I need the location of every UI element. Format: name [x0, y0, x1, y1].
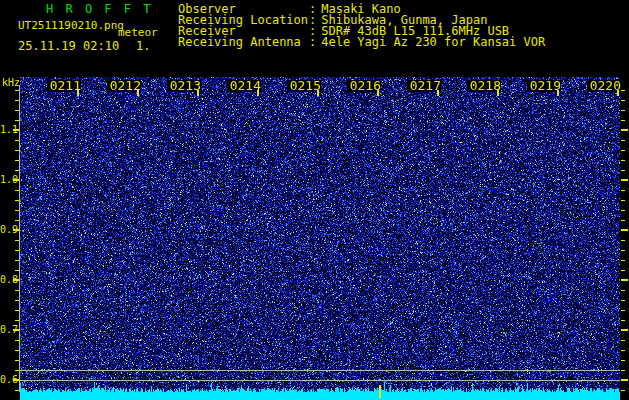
freq-minor-tick-right [621, 190, 625, 191]
minute-tick [137, 90, 139, 96]
freq-minor-tick-right [621, 100, 625, 101]
frequency-axis-unit: kHz [1, 77, 20, 88]
time-tick-label: 0212 [107, 80, 141, 92]
freq-minor-tick [15, 350, 19, 351]
freq-major-tick-right [621, 229, 628, 231]
app-title: H R O F F T [46, 3, 153, 15]
freq-minor-tick-right [621, 120, 625, 121]
minute-tick [617, 90, 619, 96]
output-filename: UT2511190210.png [18, 20, 124, 32]
freq-minor-tick-right [621, 270, 625, 271]
freq-minor-tick-right [621, 200, 625, 201]
minute-tick [497, 90, 499, 96]
freq-minor-tick [15, 100, 19, 101]
minute-tick [317, 90, 319, 96]
freq-minor-tick [15, 160, 19, 161]
page-counter: 1. [136, 40, 150, 52]
time-tick-label: 0214 [227, 80, 261, 92]
freq-minor-tick [15, 220, 19, 221]
freq-minor-tick-right [621, 310, 625, 311]
freq-minor-tick-right [621, 340, 625, 341]
time-tick-label: 0217 [407, 80, 441, 92]
freq-major-tick [13, 279, 19, 281]
freq-minor-tick [15, 260, 19, 261]
freq-minor-tick-right [621, 240, 625, 241]
freq-minor-tick [15, 210, 19, 211]
freq-minor-tick [15, 390, 19, 391]
freq-minor-tick [15, 200, 19, 201]
freq-minor-tick-right [621, 150, 625, 151]
info-value: 4ele Yagi Az 230 for Kansai VOR [321, 36, 545, 48]
reference-line [20, 370, 620, 371]
freq-minor-tick [15, 290, 19, 291]
freq-minor-tick [15, 270, 19, 271]
freq-minor-tick [15, 320, 19, 321]
spectrogram-canvas [20, 77, 620, 400]
reference-line [20, 380, 620, 381]
freq-major-tick [13, 179, 19, 181]
hrofft-screen: H R O F F T UT2511190210.png meteor 25.1… [0, 0, 629, 400]
freq-minor-tick-right [621, 90, 625, 91]
minute-tick [437, 90, 439, 96]
freq-major-tick [13, 129, 19, 131]
minute-tick [197, 90, 199, 96]
freq-major-tick-right [621, 329, 628, 331]
info-label: Receiving Antenna [178, 36, 309, 48]
time-tick-label: 0211 [47, 80, 81, 92]
freq-major-tick-right [621, 179, 628, 181]
freq-minor-tick [15, 120, 19, 121]
freq-minor-tick-right [621, 170, 625, 171]
time-tick-label: 0220 [587, 80, 621, 92]
freq-minor-tick-right [621, 250, 625, 251]
freq-minor-tick-right [621, 220, 625, 221]
time-tick-label: 0215 [287, 80, 321, 92]
minute-tick [557, 90, 559, 96]
freq-major-tick [13, 379, 19, 381]
freq-minor-tick-right [621, 300, 625, 301]
time-tick-label: 0219 [527, 80, 561, 92]
freq-minor-tick [15, 190, 19, 191]
freq-minor-tick-right [621, 260, 625, 261]
freq-minor-tick-right [621, 390, 625, 391]
freq-minor-tick-right [621, 370, 625, 371]
freq-major-tick-right [621, 379, 628, 381]
time-tick-label: 0213 [167, 80, 201, 92]
freq-minor-tick-right [621, 140, 625, 141]
event-marker-line [379, 385, 381, 398]
freq-minor-tick [15, 370, 19, 371]
freq-minor-tick [15, 240, 19, 241]
freq-minor-tick [15, 300, 19, 301]
freq-minor-tick-right [621, 210, 625, 211]
freq-minor-tick-right [621, 360, 625, 361]
freq-minor-tick [15, 360, 19, 361]
freq-minor-tick-right [621, 160, 625, 161]
minute-tick [377, 90, 379, 96]
minute-tick [77, 90, 79, 96]
observation-mode: meteor [118, 27, 158, 39]
freq-minor-tick-right [621, 290, 625, 291]
time-tick-label: 0216 [347, 80, 381, 92]
freq-minor-tick [15, 250, 19, 251]
freq-major-tick-right [621, 279, 628, 281]
freq-minor-tick [15, 150, 19, 151]
freq-major-tick-right [621, 129, 628, 131]
freq-minor-tick-right [621, 110, 625, 111]
freq-minor-tick [15, 310, 19, 311]
time-tick-label: 0218 [467, 80, 501, 92]
info-row-antenna: Receiving Antenna:4ele Yagi Az 230 for K… [178, 36, 545, 48]
freq-major-tick [13, 329, 19, 331]
minute-tick [257, 90, 259, 96]
freq-major-tick [13, 229, 19, 231]
freq-minor-tick [15, 170, 19, 171]
observation-datetime: 25.11.19 02:10 [18, 40, 119, 52]
freq-minor-tick [15, 340, 19, 341]
freq-minor-tick-right [621, 320, 625, 321]
frequency-axis-line [19, 85, 20, 392]
freq-minor-tick [15, 90, 19, 91]
freq-minor-tick [15, 140, 19, 141]
info-colon: : [309, 36, 316, 48]
freq-minor-tick-right [621, 350, 625, 351]
freq-minor-tick [15, 110, 19, 111]
